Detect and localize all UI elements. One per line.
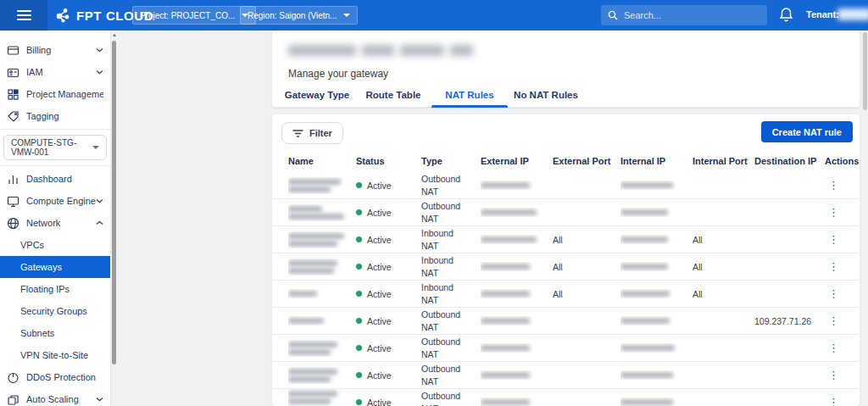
cell-type: Outbound NAT	[421, 309, 481, 332]
hamburger-menu-button[interactable]	[0, 0, 47, 31]
page-scrollbar[interactable]	[862, 31, 868, 406]
redacted-text	[288, 342, 337, 348]
sidebar-item-label: Project Management	[26, 89, 103, 99]
sidebar-item-gateways[interactable]: Gateways	[0, 256, 110, 278]
sidebar-item-floating-ips[interactable]: Floating IPs	[0, 278, 110, 300]
redacted-text	[288, 318, 324, 324]
row-actions-kebab-menu[interactable]: ⋮	[825, 314, 843, 327]
table-row: ActiveOutbound NAT⋮	[272, 172, 860, 199]
cell-type: Outbound NAT	[421, 363, 481, 387]
sidebar-item-billing[interactable]: Billing	[0, 39, 110, 61]
main-content: Manage your gateway Gateway Type Route T…	[117, 31, 868, 406]
global-search[interactable]	[601, 5, 767, 25]
row-actions-kebab-menu[interactable]: ⋮	[825, 369, 843, 381]
redacted-text	[481, 209, 537, 215]
sidebar-item-project-management[interactable]: Project Management	[0, 83, 110, 105]
redacted-text	[288, 398, 331, 404]
dashboard-icon	[7, 173, 19, 186]
sidebar-item-label: Floating IPs	[20, 284, 103, 294]
row-actions-kebab-menu[interactable]: ⋮	[825, 233, 843, 246]
row-actions-kebab-menu[interactable]: ⋮	[825, 287, 843, 300]
cell-actions: ⋮	[825, 179, 860, 192]
cell-type: Outbound NAT	[421, 200, 481, 224]
row-actions-kebab-menu[interactable]: ⋮	[825, 206, 843, 219]
cell-status: Active	[356, 262, 421, 272]
cell-internal-ip	[620, 181, 693, 190]
column-header-external-port: External Port	[553, 156, 620, 166]
sidebar-item-security-groups[interactable]: Security Groups	[0, 300, 110, 322]
tab-no-nat-rules[interactable]: No NAT Rules	[508, 82, 584, 108]
status-label: Active	[367, 343, 392, 353]
sidebar-scrollbar[interactable]: ▲	[110, 31, 117, 406]
cell-status: Active	[356, 235, 421, 245]
row-actions-kebab-menu[interactable]: ⋮	[825, 260, 843, 273]
cell-internal-ip	[620, 262, 693, 271]
sidebar-item-auto-scaling[interactable]: Auto Scaling	[0, 388, 110, 406]
cell-type: Outbound NAT	[421, 390, 481, 406]
tag-icon	[7, 110, 19, 123]
sidebar-item-dashboard[interactable]: Dashboard	[0, 168, 110, 190]
sidebar-item-vpcs[interactable]: VPCs	[0, 234, 110, 256]
sidebar-item-ddos-protection[interactable]: DDoS Protection	[0, 366, 110, 388]
cell-status: Active	[356, 343, 421, 353]
cell-external-port: All	[553, 289, 620, 299]
cell-actions: ⋮	[825, 233, 860, 246]
table-row: ActiveInbound NATAllAll⋮	[272, 281, 860, 308]
scope-select-wrap: COMPUTE-STG-VMW-001	[0, 129, 110, 166]
search-input[interactable]	[624, 10, 751, 20]
redacted-text	[288, 186, 331, 192]
redacted-text	[288, 291, 317, 297]
project-selector-label: Project: PROJECT_CO...	[140, 11, 235, 20]
cell-external-ip	[481, 289, 553, 298]
cell-name	[288, 316, 356, 325]
status-dot-icon	[356, 372, 362, 378]
tab-route-table[interactable]: Route Table	[355, 82, 431, 108]
sidebar-item-network[interactable]: Network	[0, 212, 110, 234]
notifications-bell-icon[interactable]	[779, 7, 793, 23]
redacted-text	[288, 391, 337, 397]
cell-internal-ip	[620, 208, 693, 217]
cell-type: Inbound NAT	[421, 254, 481, 278]
sidebar-item-compute-engine[interactable]: Compute Engine	[0, 190, 110, 212]
redacted-text	[288, 233, 344, 239]
sidebar-item-label: Dashboard	[26, 174, 103, 184]
row-actions-kebab-menu[interactable]: ⋮	[825, 179, 843, 192]
project-selector[interactable]: Project: PROJECT_CO...	[132, 6, 256, 25]
region-selector[interactable]: Region: Saigon (Vietn...	[240, 6, 358, 25]
sidebar-item-vpn-site-to-site[interactable]: VPN Site-to-Site	[0, 344, 110, 366]
type-label: Inbound NAT	[421, 281, 470, 305]
sidebar-item-label: Security Groups	[20, 306, 103, 316]
table-row: dupActiveOutbound NAT⋮	[272, 389, 860, 406]
cell-actions: ⋮	[825, 396, 860, 406]
cell-external-ip	[481, 398, 553, 406]
column-header-internal-port: Internal Port	[693, 156, 754, 166]
redacted-text	[481, 372, 530, 378]
cell-type: Inbound NAT	[421, 281, 481, 305]
sidebar-item-label: Subnets	[20, 328, 103, 338]
filter-button[interactable]: Filter	[281, 122, 343, 144]
row-actions-kebab-menu[interactable]: ⋮	[825, 342, 843, 354]
redacted-text	[481, 399, 530, 405]
row-actions-kebab-menu[interactable]: ⋮	[825, 396, 843, 406]
redacted-text	[620, 345, 675, 351]
table-row: ActiveOutbound NAT⋮	[272, 335, 860, 362]
cell-status: Active	[356, 316, 421, 326]
sidebar-scrollbar-thumb[interactable]	[112, 41, 116, 364]
table-row: ActiveInbound NATAllAll⋮	[272, 253, 860, 281]
tenant-value-redacted	[837, 8, 868, 20]
create-nat-rule-button[interactable]: Create NAT rule	[761, 121, 853, 142]
redacted-text	[620, 318, 670, 324]
filter-icon	[292, 129, 303, 138]
cell-type: Outbound NAT	[421, 336, 481, 359]
cell-name	[288, 367, 356, 384]
sidebar-item-tagging[interactable]: Tagging	[0, 105, 110, 127]
sidebar-item-iam[interactable]: IAM	[0, 61, 110, 83]
tab-gateway-type[interactable]: Gateway Type	[279, 82, 355, 108]
vpc-scope-select[interactable]: COMPUTE-STG-VMW-001	[3, 135, 107, 160]
redacted-text	[620, 291, 670, 297]
sidebar-item-subnets[interactable]: Subnets	[0, 322, 110, 344]
redacted-title-segment	[400, 45, 444, 56]
status-dot-icon	[356, 291, 362, 297]
page-scrollbar-thumb[interactable]	[863, 32, 867, 110]
tab-nat-rules[interactable]: NAT Rules	[431, 82, 508, 108]
